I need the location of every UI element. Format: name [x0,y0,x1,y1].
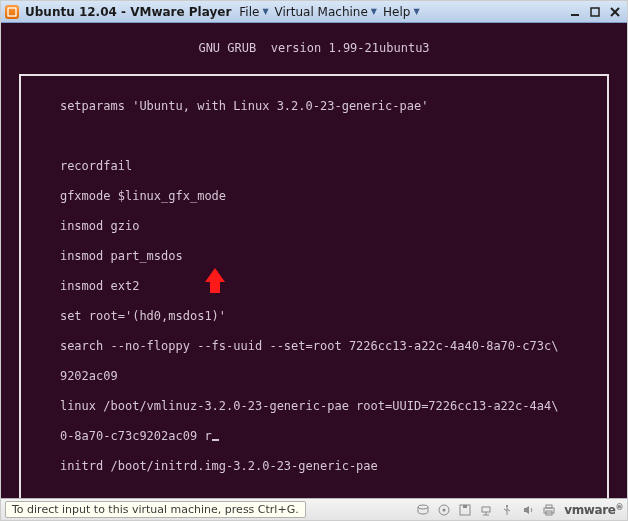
maximize-button[interactable] [587,5,603,19]
grub-edit-box[interactable]: setparams 'Ubuntu, with Linux 3.2.0-23-g… [19,74,609,498]
chevron-down-icon: ▼ [413,7,419,16]
chevron-down-icon: ▼ [262,7,268,16]
printer-icon[interactable] [540,502,558,518]
vmware-icon [5,5,19,19]
grub-header: GNU GRUB version 1.99-21ubuntu3 [11,41,617,56]
grub-line: 9202ac09 [60,369,118,383]
status-bar: To direct input to this virtual machine,… [1,498,627,520]
cd-icon[interactable] [435,502,453,518]
chevron-down-icon: ▼ [371,7,377,16]
window-title: Ubuntu 12.04 - VMware Player [25,5,231,19]
svg-rect-10 [482,507,490,512]
svg-rect-9 [463,505,467,508]
menu-bar: File ▼ Virtual Machine ▼ Help ▼ [239,5,419,19]
grub-line: initrd /boot/initrd.img-3.2.0-23-generic… [60,459,378,473]
window-controls [567,5,623,19]
menu-vm-label: Virtual Machine [275,5,368,19]
grub-line: set root='(hd0,msdos1)' [60,309,226,323]
hard-disk-icon[interactable] [414,502,432,518]
sound-icon[interactable] [519,502,537,518]
svg-point-7 [443,508,446,511]
menu-file-label: File [239,5,259,19]
svg-rect-0 [8,8,16,16]
grub-line: insmod ext2 [60,279,139,293]
minimize-button[interactable] [567,5,583,19]
menu-help-label: Help [383,5,410,19]
grub-line: search --no-floppy --fs-uuid --set=root … [60,339,559,353]
grub-line: insmod gzio [60,219,139,233]
usb-icon[interactable] [498,502,516,518]
svg-point-14 [506,505,508,507]
vmware-brand: vmware [564,503,623,517]
annotation-arrow-icon [205,268,225,282]
input-hint: To direct input to this virtual machine,… [5,501,306,518]
grub-line: linux /boot/vmlinuz-3.2.0-23-generic-pae… [60,399,559,413]
close-button[interactable] [607,5,623,19]
grub-line: recordfail [60,159,132,173]
network-icon[interactable] [477,502,495,518]
grub-line: 0-8a70-c73c9202ac09 r [60,429,212,443]
menu-file[interactable]: File ▼ [239,5,268,19]
grub-line: gfxmode $linux_gfx_mode [60,189,226,203]
window-titlebar: Ubuntu 12.04 - VMware Player File ▼ Virt… [1,1,627,23]
status-icons [414,502,558,518]
menu-virtual-machine[interactable]: Virtual Machine ▼ [275,5,377,19]
menu-help[interactable]: Help ▼ [383,5,420,19]
svg-point-5 [418,505,428,509]
grub-line: insmod part_msdos [60,249,183,263]
grub-line: setparams 'Ubuntu, with Linux 3.2.0-23-g… [60,99,428,113]
text-cursor [212,439,219,441]
floppy-icon[interactable] [456,502,474,518]
svg-rect-2 [591,8,599,16]
grub-screen[interactable]: GNU GRUB version 1.99-21ubuntu3 setparam… [1,23,627,498]
